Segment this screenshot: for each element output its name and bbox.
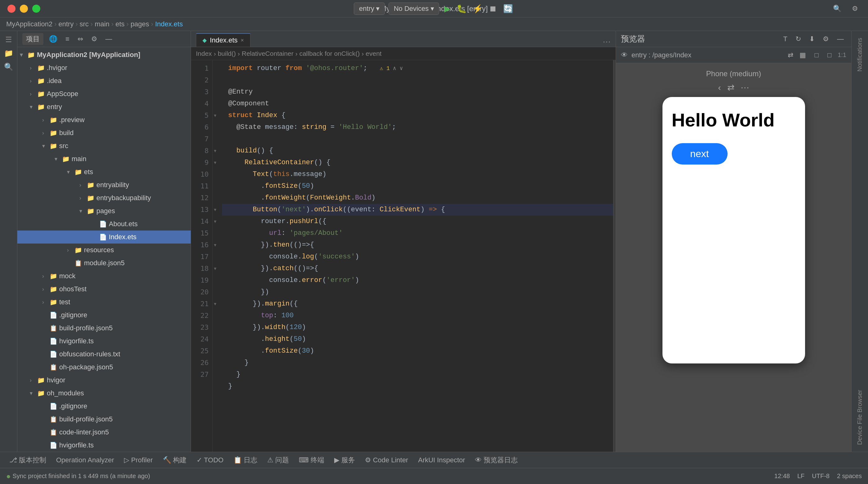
tree-item-resources[interactable]: › 📁 resources: [18, 244, 191, 257]
preview-close-icon[interactable]: —: [835, 34, 846, 44]
device-file-browser-label[interactable]: Device File Browser: [855, 385, 865, 449]
preview-refresh-icon[interactable]: ↻: [793, 34, 804, 44]
tree-item-preview[interactable]: › 📁 .preview: [18, 114, 191, 126]
code-line-2: [222, 74, 613, 86]
opanalyzer-button[interactable]: Operation Analyzer: [52, 454, 118, 466]
minimize-button[interactable]: [20, 5, 28, 13]
preview-settings-icon[interactable]: ⚙: [820, 34, 831, 44]
sidebar-expand-icon[interactable]: ≡: [63, 34, 72, 44]
log-label: 日志: [244, 455, 257, 465]
tab-index-ets[interactable]: ◆ Index.ets ×: [196, 33, 250, 47]
reload-button[interactable]: 🔄: [502, 3, 514, 15]
tree-item-about[interactable]: › 📄 About.ets: [18, 218, 191, 230]
profile-button[interactable]: ⚡: [471, 3, 484, 15]
sidebar-toggle-icon[interactable]: ☰: [2, 33, 15, 46]
phone-rotate-icon[interactable]: ⇄: [727, 83, 734, 93]
build-label: 构建: [173, 455, 187, 465]
todo-label: TODO: [204, 456, 223, 464]
tree-item-ohmodules[interactable]: ▾ 📁 oh_modules: [18, 387, 191, 400]
tree-item-codelinter[interactable]: › 📋 code-linter.json5: [18, 426, 191, 439]
obfuscation-label: obfuscation-rules.txt: [59, 350, 120, 358]
vc-button[interactable]: ⎇ 版本控制: [5, 454, 51, 466]
tree-item-hvigorfile-root[interactable]: › 📄 hvigorfile.ts: [18, 439, 191, 452]
problems-button[interactable]: ⚠ 问题: [263, 454, 293, 466]
tree-item-obfuscation[interactable]: › 📄 obfuscation-rules.txt: [18, 348, 191, 361]
settings-button[interactable]: ⚙: [849, 3, 861, 14]
build-icon: 🔨: [163, 456, 171, 464]
tree-item-buildprofile-root[interactable]: › 📋 build-profile.json5: [18, 413, 191, 426]
tree-item-entrybackup[interactable]: › 📁 entrybackupability: [18, 192, 191, 204]
stop-button[interactable]: ⏹: [488, 3, 498, 15]
tree-item-ohpackage-entry[interactable]: › 📋 oh-package.json5: [18, 361, 191, 374]
no-devices-dropdown[interactable]: No Devices ▾: [389, 2, 439, 15]
editor-content[interactable]: 12345 678910 1112131415 1617181920 21222…: [191, 60, 616, 452]
tree-item-gitignore-entry[interactable]: › 📄 .gitignore: [18, 309, 191, 322]
preview-log-button[interactable]: 👁 预览器日志: [471, 454, 522, 466]
tree-item-hvigor-root[interactable]: › 📁 hvigor: [18, 374, 191, 387]
search-icon[interactable]: 🔍: [2, 61, 15, 73]
tree-item-test[interactable]: › 📁 test: [18, 296, 191, 309]
hvigorfile-entry-label: hvigorfile.ts: [59, 337, 94, 345]
build-button[interactable]: 🔨 构建: [158, 454, 191, 466]
tree-item-entry[interactable]: ▾ 📁 entry: [18, 100, 191, 114]
sidebar-collapse-icon[interactable]: ⇔: [75, 34, 86, 44]
breadcrumb-item-1[interactable]: entry: [59, 20, 74, 28]
profiler-button[interactable]: ▷ Profiler: [120, 454, 157, 466]
sidebar-new-file-icon[interactable]: 🌐: [46, 34, 60, 44]
build-label: build: [59, 129, 73, 137]
next-button-preview[interactable]: next: [672, 143, 727, 165]
preview-device-icon[interactable]: ⬇: [807, 34, 817, 44]
breadcrumb-item-6[interactable]: Index.ets: [155, 20, 183, 28]
tree-item-mock[interactable]: › 📁 mock: [18, 269, 191, 283]
phone-back-icon[interactable]: ‹: [718, 83, 721, 93]
tree-root[interactable]: ▾ 📁 MyApplication2 [MyApplication]: [18, 49, 191, 61]
phone-more-icon[interactable]: ⋯: [741, 83, 749, 93]
tree-item-buildprofile-entry[interactable]: › 📋 build-profile.json5: [18, 322, 191, 335]
tree-item-ets[interactable]: ▾ 📁 ets: [18, 165, 191, 179]
debug-button[interactable]: 🐛: [455, 3, 468, 15]
tab-close-icon[interactable]: ×: [241, 37, 244, 44]
file-explorer-icon[interactable]: 📁: [2, 47, 15, 60]
tree-item-main[interactable]: ▾ 📁 main: [18, 153, 191, 165]
tree-item-module-json[interactable]: › 📋 module.json5: [18, 257, 191, 269]
tree-item-idea[interactable]: › 📁 .idea: [18, 74, 191, 87]
tab-more-button[interactable]: ⋯: [602, 37, 611, 47]
sidebar-settings-icon[interactable]: ⚙: [89, 34, 100, 44]
tree-item-src[interactable]: ▾ 📁 src: [18, 139, 191, 153]
breadcrumb-item-5[interactable]: pages: [130, 20, 149, 28]
preview-zoom-out-icon[interactable]: □: [812, 50, 821, 60]
tree-item-ohostest[interactable]: › 📁 ohosTest: [18, 283, 191, 296]
tree-item-gitignore-root[interactable]: › 📄 .gitignore: [18, 400, 191, 413]
tree-item-hvigorfile-entry[interactable]: › 📄 hvigorfile.ts: [18, 335, 191, 348]
entry-dropdown[interactable]: entry ▾: [354, 2, 385, 15]
arkui-inspector-button[interactable]: ArkUI Inspector: [414, 454, 470, 466]
search-button[interactable]: 🔍: [831, 3, 844, 14]
breadcrumb-item-4[interactable]: ets: [115, 20, 124, 28]
tree-item-pages[interactable]: ▾ 📁 pages: [18, 204, 191, 218]
todo-button[interactable]: ✓ TODO: [192, 454, 228, 466]
preview-font-icon[interactable]: T: [781, 34, 790, 44]
preview-layout-icon[interactable]: ▦: [797, 50, 808, 60]
tree-item-index[interactable]: › 📄 Index.ets: [18, 230, 191, 244]
preview-zoom-in-icon[interactable]: □: [825, 50, 834, 60]
status-right: 12:48 LF UTF-8 2 spaces: [774, 473, 862, 480]
services-button[interactable]: ▶ 服务: [330, 454, 359, 466]
tree-item-entryability[interactable]: › 📁 entryability: [18, 179, 191, 192]
about-label: About.ets: [109, 220, 137, 228]
code-editor[interactable]: import router from '@ohos.router';⚠ 1∧ ∨…: [222, 60, 613, 452]
scroll-indicator[interactable]: [613, 60, 616, 452]
log-button[interactable]: 📋 日志: [229, 454, 261, 466]
tree-item-build[interactable]: › 📁 build: [18, 126, 191, 139]
breadcrumb-item-2[interactable]: src: [80, 20, 89, 28]
sidebar-close-icon[interactable]: —: [103, 34, 115, 44]
notifications-label[interactable]: Notifications: [855, 33, 865, 76]
breadcrumb-item-3[interactable]: main: [95, 20, 110, 28]
breadcrumb-item-0[interactable]: MyApplication2: [6, 20, 52, 28]
tree-item-appscope[interactable]: › 📁 AppScope: [18, 87, 191, 100]
close-button[interactable]: [7, 5, 16, 13]
codelinter-button[interactable]: ⚙ Code Linter: [361, 454, 413, 466]
terminal-button[interactable]: ⌨ 终端: [294, 454, 329, 466]
maximize-button[interactable]: [32, 5, 40, 13]
run-button[interactable]: ▶: [443, 3, 452, 15]
tree-item-hvigor[interactable]: › 📁 .hvigor: [18, 61, 191, 74]
